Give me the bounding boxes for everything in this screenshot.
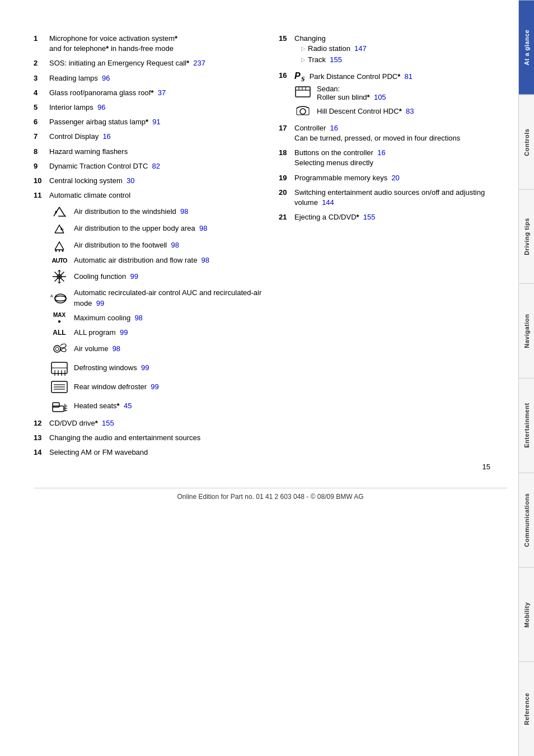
entry-8: 8 Hazard warning flashers [34, 147, 262, 157]
svg-point-10 [62, 250, 64, 252]
entry-21: 21 Ejecting a CD/DVD* 155 [279, 212, 507, 222]
entry-3: 3 Reading lamps 96 [34, 73, 262, 83]
entry-1: 1 Microphone for voice activation system… [34, 34, 262, 54]
svg-rect-35 [53, 403, 59, 407]
climate-heated-seats: Heated seats* 45 [49, 398, 262, 414]
max-icon: MAX ● [49, 312, 69, 324]
hdc-row: Hill Descent Control HDC* 83 [294, 104, 507, 119]
entry-17: 17 Controller 16 Can be turned, pressed,… [279, 123, 507, 143]
climate-auto: AUTO Automatic air distribution and flow… [49, 255, 262, 265]
svg-point-21 [55, 294, 66, 303]
svg-point-22 [54, 346, 60, 352]
climate-upper-body: Air distribution to the upper body area … [49, 222, 262, 235]
svg-point-9 [55, 250, 57, 252]
sedan-row: Sedan:Roller sun blind* 105 [294, 85, 507, 101]
climate-max: MAX ● Maximum cooling 98 [49, 312, 262, 324]
entry-20: 20 Switching entertainment audio sources… [279, 188, 507, 208]
climate-recirculated: A Automatic recirculated-air control AUC… [49, 288, 262, 308]
entry-10: 10 Central locking system 30 [34, 176, 262, 186]
page-number: 15 [34, 463, 490, 471]
recirculated-icon: A [49, 292, 69, 305]
climate-rear-defroster: Rear window defroster 99 [49, 379, 262, 395]
svg-point-5 [61, 228, 63, 230]
roller-sun-blind-icon [294, 86, 311, 100]
defrost-icon [49, 360, 69, 376]
entry-18: 18 Buttons on the controller 16 Selectin… [279, 148, 507, 168]
climate-air-volume: Air volume 98 [49, 341, 262, 357]
entry-19: 19 Programmable memory keys 20 [279, 173, 507, 183]
climate-all: ALL ALL program 99 [49, 328, 262, 338]
page-footer: Online Edition for Part no. 01 41 2 603 … [34, 488, 507, 501]
entry-14: 14 Selecting AM or FM waveband [34, 447, 262, 458]
air-volume-icon [49, 341, 69, 357]
entry-5: 5 Interior lamps 96 [34, 102, 262, 113]
upper-body-icon [49, 222, 69, 235]
entry-11: 11 Automatic climate control [34, 190, 262, 200]
entry-13: 13 Changing the audio and entertainment … [34, 433, 262, 443]
side-tabs: At a glance Controls Driving tips Naviga… [518, 0, 534, 756]
tab-navigation[interactable]: Navigation [519, 283, 534, 378]
svg-text:A: A [50, 294, 53, 298]
climate-windshield: Air distribution to the windshield 98 [49, 205, 262, 218]
footwell-icon [49, 239, 69, 252]
pdc-icon: P𝕊 [294, 71, 304, 82]
tab-driving-tips[interactable]: Driving tips [519, 189, 534, 284]
hdc-icon [294, 104, 311, 119]
climate-footwell: Air distribution to the footwell 98 [49, 239, 262, 252]
entry-2: 2 SOS: initiating an Emergency Request c… [34, 58, 262, 68]
climate-cooling: Cooling function 99 [49, 269, 262, 284]
entry-6: 6 Passenger airbag status lamp* 91 [34, 117, 262, 127]
svg-point-1 [55, 211, 57, 213]
tab-reference[interactable]: Reference [519, 661, 534, 756]
rear-defroster-icon [49, 379, 69, 395]
svg-point-45 [300, 109, 306, 114]
tab-communications[interactable]: Communications [519, 473, 534, 567]
cooling-icon [49, 269, 69, 284]
svg-rect-40 [296, 87, 310, 97]
tab-at-a-glance[interactable]: At a glance [519, 0, 534, 95]
tab-mobility[interactable]: Mobility [519, 567, 534, 662]
tab-entertainment[interactable]: Entertainment [519, 378, 534, 473]
entry-4: 4 Glass roof/panorama glass roof* 37 [34, 88, 262, 98]
windshield-icon [49, 205, 69, 218]
auto-icon: AUTO [49, 257, 69, 264]
entry-9: 9 Dynamic Traction Control DTC 82 [34, 161, 262, 171]
tab-controls[interactable]: Controls [519, 95, 534, 189]
climate-section: Air distribution to the windshield 98 [49, 205, 262, 414]
heated-seats-icon [49, 398, 69, 414]
entry-16: 16 P𝕊 Park Distance Control PDC* 81 [279, 71, 507, 119]
triangle-right-icon: ▷ [301, 56, 306, 64]
triangle-right-icon: ▷ [301, 45, 306, 53]
entry-12: 12 CD/DVD drive* 155 [34, 418, 262, 428]
entry-7: 7 Control Display 16 [34, 132, 262, 142]
climate-defrost: Defrosting windows 99 [49, 360, 262, 376]
all-icon: ALL [49, 329, 69, 337]
entry-15: 15 Changing ▷ Radio station 147 ▷ Track … [279, 34, 507, 67]
svg-point-23 [55, 347, 59, 351]
